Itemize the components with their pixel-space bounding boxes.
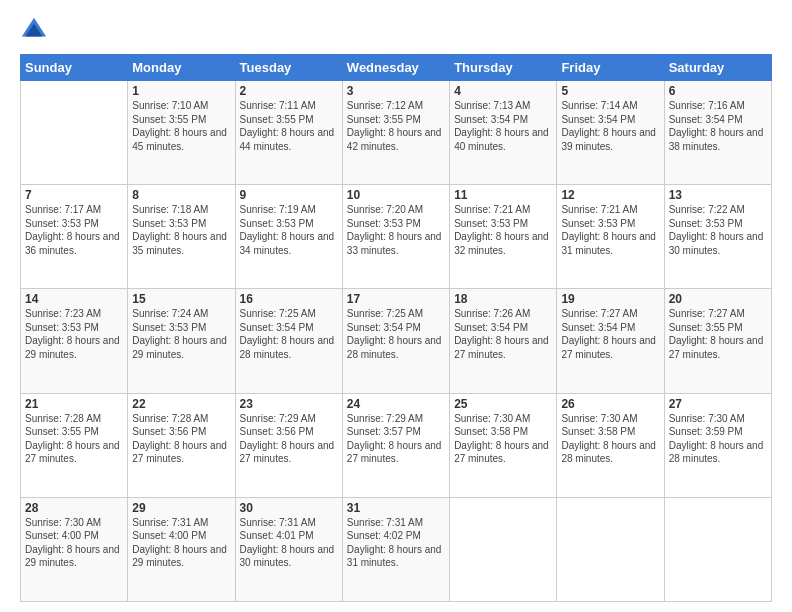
day-number: 7	[25, 188, 123, 202]
calendar-cell: 31Sunrise: 7:31 AMSunset: 4:02 PMDayligh…	[342, 497, 449, 601]
day-info: Sunrise: 7:24 AMSunset: 3:53 PMDaylight:…	[132, 307, 230, 361]
calendar-week-row: 7Sunrise: 7:17 AMSunset: 3:53 PMDaylight…	[21, 185, 772, 289]
day-info: Sunrise: 7:28 AMSunset: 3:55 PMDaylight:…	[25, 412, 123, 466]
day-info: Sunrise: 7:30 AMSunset: 3:58 PMDaylight:…	[561, 412, 659, 466]
calendar-cell: 1Sunrise: 7:10 AMSunset: 3:55 PMDaylight…	[128, 81, 235, 185]
calendar-header-row: SundayMondayTuesdayWednesdayThursdayFrid…	[21, 55, 772, 81]
day-number: 31	[347, 501, 445, 515]
day-number: 23	[240, 397, 338, 411]
day-number: 16	[240, 292, 338, 306]
calendar-cell: 24Sunrise: 7:29 AMSunset: 3:57 PMDayligh…	[342, 393, 449, 497]
page: SundayMondayTuesdayWednesdayThursdayFrid…	[0, 0, 792, 612]
day-info: Sunrise: 7:21 AMSunset: 3:53 PMDaylight:…	[561, 203, 659, 257]
calendar-week-row: 28Sunrise: 7:30 AMSunset: 4:00 PMDayligh…	[21, 497, 772, 601]
day-number: 3	[347, 84, 445, 98]
calendar-cell: 7Sunrise: 7:17 AMSunset: 3:53 PMDaylight…	[21, 185, 128, 289]
calendar-cell: 20Sunrise: 7:27 AMSunset: 3:55 PMDayligh…	[664, 289, 771, 393]
calendar-cell: 11Sunrise: 7:21 AMSunset: 3:53 PMDayligh…	[450, 185, 557, 289]
day-number: 11	[454, 188, 552, 202]
day-info: Sunrise: 7:16 AMSunset: 3:54 PMDaylight:…	[669, 99, 767, 153]
calendar-cell: 27Sunrise: 7:30 AMSunset: 3:59 PMDayligh…	[664, 393, 771, 497]
day-header-sunday: Sunday	[21, 55, 128, 81]
day-info: Sunrise: 7:27 AMSunset: 3:54 PMDaylight:…	[561, 307, 659, 361]
day-number: 1	[132, 84, 230, 98]
day-info: Sunrise: 7:25 AMSunset: 3:54 PMDaylight:…	[240, 307, 338, 361]
day-number: 24	[347, 397, 445, 411]
day-info: Sunrise: 7:17 AMSunset: 3:53 PMDaylight:…	[25, 203, 123, 257]
day-info: Sunrise: 7:12 AMSunset: 3:55 PMDaylight:…	[347, 99, 445, 153]
day-info: Sunrise: 7:31 AMSunset: 4:02 PMDaylight:…	[347, 516, 445, 570]
calendar-cell: 28Sunrise: 7:30 AMSunset: 4:00 PMDayligh…	[21, 497, 128, 601]
day-number: 28	[25, 501, 123, 515]
day-number: 21	[25, 397, 123, 411]
day-number: 12	[561, 188, 659, 202]
day-number: 4	[454, 84, 552, 98]
calendar-cell: 16Sunrise: 7:25 AMSunset: 3:54 PMDayligh…	[235, 289, 342, 393]
calendar-cell: 10Sunrise: 7:20 AMSunset: 3:53 PMDayligh…	[342, 185, 449, 289]
day-number: 8	[132, 188, 230, 202]
calendar-cell: 3Sunrise: 7:12 AMSunset: 3:55 PMDaylight…	[342, 81, 449, 185]
day-info: Sunrise: 7:20 AMSunset: 3:53 PMDaylight:…	[347, 203, 445, 257]
day-number: 19	[561, 292, 659, 306]
day-number: 25	[454, 397, 552, 411]
calendar-cell: 14Sunrise: 7:23 AMSunset: 3:53 PMDayligh…	[21, 289, 128, 393]
day-info: Sunrise: 7:10 AMSunset: 3:55 PMDaylight:…	[132, 99, 230, 153]
day-header-wednesday: Wednesday	[342, 55, 449, 81]
day-number: 13	[669, 188, 767, 202]
logo	[20, 16, 50, 44]
day-info: Sunrise: 7:29 AMSunset: 3:57 PMDaylight:…	[347, 412, 445, 466]
day-number: 5	[561, 84, 659, 98]
calendar-cell: 5Sunrise: 7:14 AMSunset: 3:54 PMDaylight…	[557, 81, 664, 185]
calendar-cell: 21Sunrise: 7:28 AMSunset: 3:55 PMDayligh…	[21, 393, 128, 497]
calendar-cell: 25Sunrise: 7:30 AMSunset: 3:58 PMDayligh…	[450, 393, 557, 497]
calendar-cell: 29Sunrise: 7:31 AMSunset: 4:00 PMDayligh…	[128, 497, 235, 601]
calendar-cell: 18Sunrise: 7:26 AMSunset: 3:54 PMDayligh…	[450, 289, 557, 393]
calendar-cell: 26Sunrise: 7:30 AMSunset: 3:58 PMDayligh…	[557, 393, 664, 497]
day-number: 6	[669, 84, 767, 98]
day-info: Sunrise: 7:22 AMSunset: 3:53 PMDaylight:…	[669, 203, 767, 257]
calendar-cell: 6Sunrise: 7:16 AMSunset: 3:54 PMDaylight…	[664, 81, 771, 185]
day-info: Sunrise: 7:21 AMSunset: 3:53 PMDaylight:…	[454, 203, 552, 257]
calendar-week-row: 21Sunrise: 7:28 AMSunset: 3:55 PMDayligh…	[21, 393, 772, 497]
calendar-cell	[557, 497, 664, 601]
day-number: 15	[132, 292, 230, 306]
calendar-cell: 13Sunrise: 7:22 AMSunset: 3:53 PMDayligh…	[664, 185, 771, 289]
day-number: 2	[240, 84, 338, 98]
day-info: Sunrise: 7:11 AMSunset: 3:55 PMDaylight:…	[240, 99, 338, 153]
day-number: 27	[669, 397, 767, 411]
calendar-cell	[450, 497, 557, 601]
calendar-cell: 15Sunrise: 7:24 AMSunset: 3:53 PMDayligh…	[128, 289, 235, 393]
day-number: 22	[132, 397, 230, 411]
day-info: Sunrise: 7:25 AMSunset: 3:54 PMDaylight:…	[347, 307, 445, 361]
day-header-monday: Monday	[128, 55, 235, 81]
calendar-cell: 17Sunrise: 7:25 AMSunset: 3:54 PMDayligh…	[342, 289, 449, 393]
calendar-cell: 4Sunrise: 7:13 AMSunset: 3:54 PMDaylight…	[450, 81, 557, 185]
day-number: 14	[25, 292, 123, 306]
day-info: Sunrise: 7:30 AMSunset: 3:59 PMDaylight:…	[669, 412, 767, 466]
day-header-friday: Friday	[557, 55, 664, 81]
day-info: Sunrise: 7:31 AMSunset: 4:00 PMDaylight:…	[132, 516, 230, 570]
day-number: 29	[132, 501, 230, 515]
calendar-cell: 9Sunrise: 7:19 AMSunset: 3:53 PMDaylight…	[235, 185, 342, 289]
day-info: Sunrise: 7:30 AMSunset: 4:00 PMDaylight:…	[25, 516, 123, 570]
day-info: Sunrise: 7:26 AMSunset: 3:54 PMDaylight:…	[454, 307, 552, 361]
calendar-cell: 8Sunrise: 7:18 AMSunset: 3:53 PMDaylight…	[128, 185, 235, 289]
day-number: 17	[347, 292, 445, 306]
day-number: 20	[669, 292, 767, 306]
logo-icon	[20, 16, 48, 44]
calendar-table: SundayMondayTuesdayWednesdayThursdayFrid…	[20, 54, 772, 602]
header	[20, 16, 772, 44]
calendar-cell	[664, 497, 771, 601]
day-info: Sunrise: 7:27 AMSunset: 3:55 PMDaylight:…	[669, 307, 767, 361]
day-info: Sunrise: 7:14 AMSunset: 3:54 PMDaylight:…	[561, 99, 659, 153]
day-info: Sunrise: 7:23 AMSunset: 3:53 PMDaylight:…	[25, 307, 123, 361]
day-info: Sunrise: 7:28 AMSunset: 3:56 PMDaylight:…	[132, 412, 230, 466]
calendar-cell: 12Sunrise: 7:21 AMSunset: 3:53 PMDayligh…	[557, 185, 664, 289]
calendar-cell: 19Sunrise: 7:27 AMSunset: 3:54 PMDayligh…	[557, 289, 664, 393]
day-number: 30	[240, 501, 338, 515]
day-number: 26	[561, 397, 659, 411]
day-header-saturday: Saturday	[664, 55, 771, 81]
calendar-cell: 30Sunrise: 7:31 AMSunset: 4:01 PMDayligh…	[235, 497, 342, 601]
calendar-cell: 23Sunrise: 7:29 AMSunset: 3:56 PMDayligh…	[235, 393, 342, 497]
calendar-cell	[21, 81, 128, 185]
